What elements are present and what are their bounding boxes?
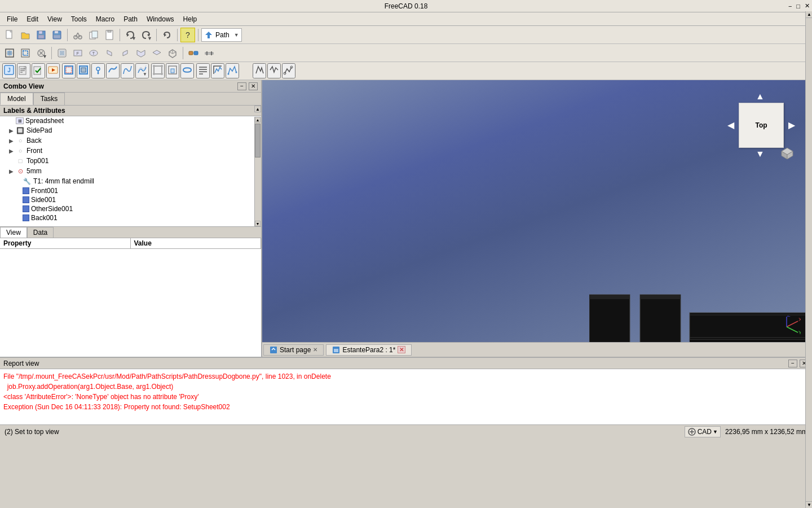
menu-help[interactable]: Help [179, 14, 202, 24]
stereo-button[interactable] [186, 46, 201, 60]
svg-point-67 [228, 73, 230, 75]
viewport-tab-start[interactable]: Start page ✕ [263, 344, 324, 356]
path-job-button[interactable]: J [2, 63, 16, 78]
report-scrollbar[interactable]: ▲ ▼ [805, 11, 812, 508]
path-inspect-button[interactable] [196, 63, 210, 78]
tree-scrollbar-track[interactable]: ▲ ▼ [254, 117, 261, 226]
view-front-button[interactable]: F [70, 46, 85, 60]
measure-button[interactable] [202, 46, 217, 60]
tree-item-otherside001[interactable]: OtherSide001 [0, 204, 261, 213]
tree-item-back001[interactable]: Back001 [0, 213, 261, 222]
workbench-label: Path [215, 31, 230, 39]
path-extra-button[interactable] [180, 63, 194, 78]
workbench-arrow: ▼ [234, 32, 239, 38]
refresh-button[interactable] [160, 28, 174, 42]
report-title: Report view [3, 360, 39, 367]
path-tabs-button[interactable] [166, 63, 179, 78]
nav-cube-corner[interactable] [779, 143, 795, 159]
maximize-button[interactable]: □ [796, 3, 800, 10]
cut-button[interactable] [70, 28, 85, 42]
close-button[interactable]: ✕ [805, 2, 810, 10]
props-tab-view[interactable]: View [0, 227, 27, 238]
tree-item-top001[interactable]: □ Top001 [0, 156, 261, 166]
view-home-button[interactable] [55, 46, 69, 60]
start-tab-close[interactable]: ✕ [313, 347, 317, 353]
save-button[interactable] [50, 28, 64, 42]
svg-rect-56 [154, 66, 162, 74]
tree-item-5mm[interactable]: ▶ ⊙ 5mm [0, 166, 261, 176]
tree-item-front[interactable]: ▶ ○ Front [0, 146, 261, 156]
view-right-button[interactable] [102, 46, 117, 60]
path-drill-button[interactable] [91, 63, 105, 78]
view-draw-style-button[interactable]: ▼ [34, 46, 48, 60]
nav-down-arrow[interactable]: ▼ [756, 149, 765, 159]
nav-up-arrow[interactable]: ▲ [756, 91, 765, 102]
front-icon: ○ [16, 146, 25, 155]
tree-item-front001[interactable]: Front001 [0, 186, 261, 195]
tab-model[interactable]: Model [0, 93, 33, 105]
view-top-button[interactable]: T [86, 46, 101, 60]
menu-file[interactable]: File [2, 14, 22, 24]
path-profile-button[interactable] [62, 63, 76, 78]
tree-item-spreadsheet[interactable]: ⊞ Spreadsheet [0, 116, 261, 125]
path-check-button[interactable] [32, 63, 45, 78]
viewport-tab-estante[interactable]: EstantePara2 : 1* ✕ [326, 344, 412, 356]
props-tab-data[interactable]: Data [27, 227, 54, 238]
path-tool3-button[interactable] [282, 63, 295, 78]
tab-tasks[interactable]: Tasks [33, 93, 65, 105]
redo-button[interactable]: ▼ [139, 28, 153, 42]
tree-label-spreadsheet: Spreadsheet [25, 117, 64, 125]
copy-button[interactable] [86, 28, 101, 42]
save-recent-button[interactable] [34, 28, 48, 42]
report-minimize[interactable]: − [788, 360, 797, 367]
menu-view[interactable]: View [43, 14, 67, 24]
tree-item-sidepad[interactable]: ▶ 🔲 SidePad [0, 125, 261, 135]
path-post-button[interactable] [17, 63, 30, 78]
menu-windows[interactable]: Windows [142, 14, 179, 24]
menu-edit[interactable]: Edit [22, 14, 43, 24]
path-dogbone-button[interactable] [151, 63, 165, 78]
path-tool2-button[interactable] [267, 63, 281, 78]
menu-macro[interactable]: Macro [91, 14, 119, 24]
path-3d-pocket-button[interactable]: ▼ [135, 63, 149, 78]
nav-right-arrow[interactable]: ▶ [788, 120, 795, 130]
path-sanity-button[interactable] [226, 63, 239, 78]
tree-item-back[interactable]: ▶ ○ Back [0, 135, 261, 146]
path-area-button[interactable] [211, 63, 224, 78]
new-file-button[interactable] [2, 28, 17, 42]
open-file-button[interactable] [18, 28, 33, 42]
help-button[interactable]: ? [180, 28, 195, 42]
tree-item-t1[interactable]: 🔧 T1: 4mm flat endmill [0, 176, 261, 186]
view-fit-selection-button[interactable] [18, 46, 33, 60]
path-tool1-button[interactable] [253, 63, 266, 78]
path-simulate-button[interactable] [46, 63, 60, 78]
menu-tools[interactable]: Tools [67, 14, 91, 24]
undo-button[interactable]: ▼ [123, 28, 138, 42]
nav-left-arrow[interactable]: ◀ [727, 120, 734, 130]
front001-icon [23, 187, 29, 194]
view-back-button[interactable] [149, 46, 164, 60]
workbench-selector[interactable]: Path ▼ [201, 28, 242, 42]
combo-view-minimize[interactable]: − [237, 82, 246, 90]
tree-scroll-thumb[interactable] [255, 124, 261, 157]
tree-item-side001[interactable]: Side001 [0, 195, 261, 204]
view-left-button[interactable] [118, 46, 133, 60]
path-engrave-button[interactable] [106, 63, 120, 78]
cad-button[interactable]: CAD ▼ [685, 426, 721, 437]
estante-tab-close[interactable]: ✕ [398, 346, 405, 353]
menu-path[interactable]: Path [119, 14, 142, 24]
viewport-3d[interactable]: ▲ ◀ ▶ Top ▼ X Y Z [262, 80, 812, 357]
navigation-cube[interactable]: ▲ ◀ ▶ Top ▼ [727, 91, 795, 159]
view-fit-all-button[interactable] [2, 46, 17, 60]
paste-button[interactable] [102, 28, 117, 42]
tree-scroll-down[interactable]: ▼ [255, 221, 261, 226]
view-axometric-button[interactable] [165, 46, 180, 60]
path-adaptive-button[interactable] [121, 63, 134, 78]
combo-view-close[interactable]: ✕ [249, 82, 258, 90]
status-bar: (2) Set to top view CAD ▼ 2236,95 mm x 1… [0, 424, 812, 438]
minimize-button[interactable]: − [788, 3, 792, 10]
nav-cube-top-face[interactable]: Top [739, 103, 784, 148]
tree-scroll-up[interactable]: ▲ [255, 117, 261, 122]
view-bottom-button[interactable] [134, 46, 148, 60]
path-pocket-button[interactable] [77, 63, 90, 78]
